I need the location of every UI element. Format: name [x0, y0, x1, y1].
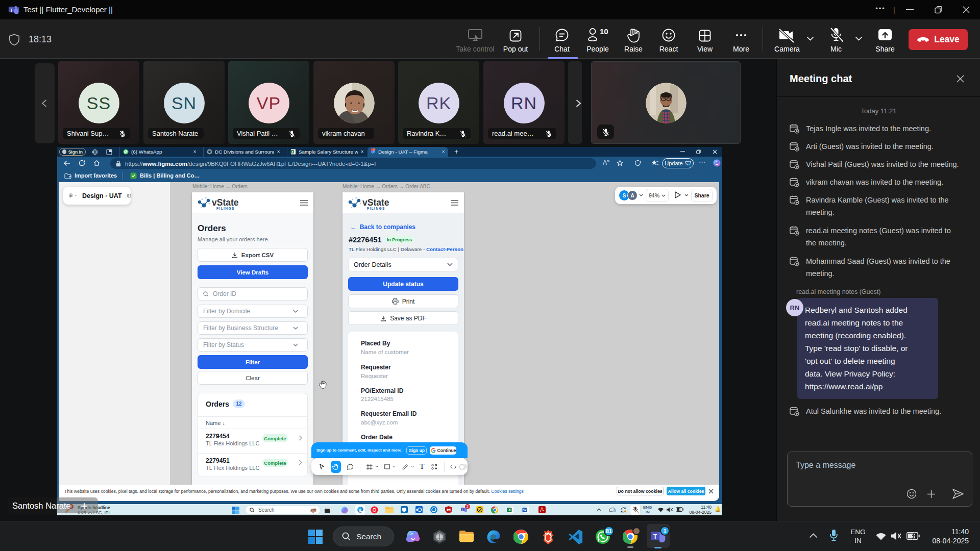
svg-text:T: T: [462, 509, 463, 511]
svg-text:T: T: [653, 533, 657, 540]
svg-text:T: T: [10, 8, 13, 13]
svg-text:FILINGS: FILINGS: [216, 207, 235, 210]
svg-text:10: 10: [600, 27, 608, 36]
svg-text:FILINGS: FILINGS: [367, 207, 385, 210]
